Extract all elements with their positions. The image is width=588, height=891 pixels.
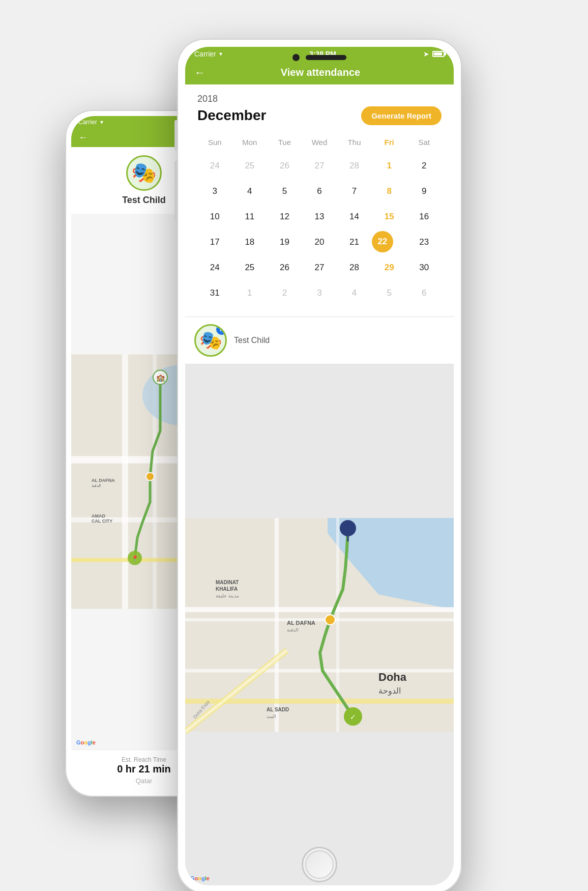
svg-text:AL SADD: AL SADD	[267, 707, 289, 712]
cal-day-10[interactable]: 10	[197, 206, 232, 228]
cal-header-mon: Mon	[232, 133, 268, 152]
cal-day-29[interactable]: 29	[372, 256, 407, 279]
cal-day-17[interactable]: 17	[197, 231, 232, 253]
cal-day-25-prev[interactable]: 25	[232, 155, 268, 177]
svg-text:مدينة خليفة: مدينة خليفة	[216, 593, 239, 598]
front-google-watermark: Google	[190, 875, 210, 881]
cal-day-11[interactable]: 11	[232, 206, 268, 228]
cal-day-25[interactable]: 25	[232, 256, 268, 279]
front-back-button[interactable]: ←	[194, 66, 205, 79]
front-carrier: Carrier	[194, 50, 216, 58]
front-map-section: ✓ Doha الدوحة AL DAFNA الدفنة MADINAT KH…	[185, 364, 454, 885]
cal-day-7[interactable]: 7	[337, 180, 372, 203]
cal-day-4[interactable]: 4	[232, 180, 268, 203]
cal-week-1: 24 25 26 27 28 1 2	[197, 155, 442, 177]
svg-rect-2	[122, 354, 128, 609]
child-avatar: 🎭 P	[194, 324, 227, 357]
cal-day-6-next[interactable]: 6	[406, 282, 442, 304]
back-child-avatar: 🎭	[126, 155, 162, 191]
svg-point-28	[340, 520, 356, 536]
cal-day-9[interactable]: 9	[406, 180, 442, 203]
svg-text:Doha: Doha	[378, 671, 407, 683]
cal-day-6[interactable]: 6	[302, 180, 337, 203]
cal-day-28[interactable]: 28	[337, 256, 372, 279]
cal-day-5-next[interactable]: 5	[372, 282, 407, 304]
svg-point-11	[146, 472, 154, 480]
cal-day-1-next[interactable]: 1	[232, 282, 268, 304]
parking-badge: P	[216, 324, 227, 335]
generate-report-button[interactable]: Generate Report	[361, 106, 442, 125]
cal-day-3-next[interactable]: 3	[302, 282, 337, 304]
scene: Carrier ▾ ← 🎭 Test Child	[65, 39, 523, 853]
cal-day-22-today[interactable]: 22	[372, 231, 393, 252]
svg-text:AMAD: AMAD	[92, 513, 105, 518]
svg-text:AL DAFNA: AL DAFNA	[92, 477, 115, 482]
svg-text:KHALIFA: KHALIFA	[216, 586, 238, 592]
cal-header-thu: Thu	[337, 133, 372, 152]
cal-day-3[interactable]: 3	[197, 180, 232, 203]
cal-day-30[interactable]: 30	[406, 256, 442, 279]
cal-day-20[interactable]: 20	[302, 231, 337, 253]
svg-text:CAL CITY: CAL CITY	[92, 518, 112, 523]
speaker-bar	[306, 55, 346, 60]
cal-day-19[interactable]: 19	[267, 231, 302, 253]
back-child-name: Test Child	[122, 195, 166, 206]
cal-week-2: 3 4 5 6 7 8 9	[197, 180, 442, 203]
home-button[interactable]	[302, 847, 337, 882]
back-avatar-emoji: 🎭	[131, 161, 157, 185]
cal-day-15[interactable]: 15	[372, 206, 407, 228]
cal-day-8[interactable]: 8	[372, 180, 407, 203]
calendar-year: 2018	[197, 94, 442, 104]
svg-text:الدوحة: الدوحة	[378, 686, 401, 696]
back-wifi-icon: ▾	[100, 119, 103, 126]
cal-day-14[interactable]: 14	[337, 206, 372, 228]
cal-day-26[interactable]: 26	[267, 256, 302, 279]
svg-text:الدفنة: الدفنة	[92, 483, 101, 487]
cal-day-4-next[interactable]: 4	[337, 282, 372, 304]
cal-day-5[interactable]: 5	[267, 180, 302, 203]
calendar-month: December	[197, 107, 266, 124]
cal-day-12[interactable]: 12	[267, 206, 302, 228]
cal-day-2-next[interactable]: 2	[267, 282, 302, 304]
svg-point-30	[325, 615, 335, 625]
cal-day-28-prev[interactable]: 28	[337, 155, 372, 177]
back-google-watermark: Google	[76, 739, 96, 745]
cal-header-tue: Tue	[267, 133, 302, 152]
cal-day-24[interactable]: 24	[197, 256, 232, 279]
front-nav-title: View attendance	[212, 67, 429, 78]
cal-day-23[interactable]: 23	[406, 231, 442, 253]
child-info-section: 🎭 P Test Child	[185, 317, 454, 364]
cal-header-sun: Sun	[197, 133, 232, 152]
cal-week-3: 10 11 12 13 14 15 16	[197, 206, 442, 228]
calendar-header-row: Sun Mon Tue Wed Thu Fri Sat	[197, 133, 442, 152]
child-name: Test Child	[234, 336, 270, 345]
cal-day-21[interactable]: 21	[337, 231, 372, 253]
cal-day-18[interactable]: 18	[232, 231, 268, 253]
svg-text:السد: السد	[267, 714, 276, 719]
cal-day-31[interactable]: 31	[197, 282, 232, 304]
cal-header-sat: Sat	[406, 133, 442, 152]
cal-day-16[interactable]: 16	[406, 206, 442, 228]
front-location-icon: ➤	[423, 50, 429, 58]
camera-area	[292, 54, 346, 61]
cal-day-26-prev[interactable]: 26	[267, 155, 302, 177]
cal-day-27[interactable]: 27	[302, 256, 337, 279]
front-phone: Carrier ▾ 3:38 PM ➤ ← View attendance	[177, 39, 462, 892]
home-button-inner	[305, 850, 334, 879]
calendar-month-row: December Generate Report	[197, 106, 442, 125]
cal-header-fri: Fri	[372, 133, 407, 152]
svg-text:🏫: 🏫	[156, 373, 165, 382]
cal-day-27-prev[interactable]: 27	[302, 155, 337, 177]
cal-day-13[interactable]: 13	[302, 206, 337, 228]
cal-header-wed: Wed	[302, 133, 337, 152]
svg-text:✓: ✓	[350, 713, 356, 721]
back-carrier: Carrier	[78, 119, 97, 126]
camera-dot	[292, 54, 300, 61]
cal-day-24-prev[interactable]: 24	[197, 155, 232, 177]
cal-week-6: 31 1 2 3 4 5 6	[197, 282, 442, 304]
front-phone-inner: Carrier ▾ 3:38 PM ➤ ← View attendance	[185, 47, 454, 885]
svg-text:MADINAT: MADINAT	[216, 580, 239, 585]
back-nav-back-icon[interactable]: ←	[78, 132, 87, 143]
cal-day-2[interactable]: 2	[406, 155, 442, 177]
cal-day-1-fri[interactable]: 1	[372, 155, 407, 177]
